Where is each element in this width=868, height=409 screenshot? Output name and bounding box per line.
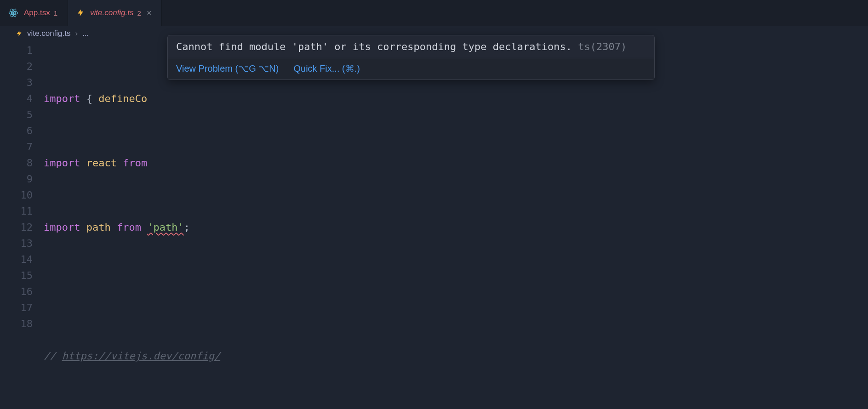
diagnostic-message: Cannot find module 'path' or its corresp… (168, 35, 654, 58)
tab-bar: App.tsx 1 vite.config.ts 2 × (0, 0, 868, 26)
close-icon[interactable]: × (147, 9, 152, 17)
line-number-gutter: 123456789 101112131415161718 (0, 42, 44, 409)
view-problem-link[interactable]: View Problem (⌥G ⌥N) (176, 63, 279, 74)
code-area[interactable]: import { defineCo import react from impo… (44, 42, 868, 409)
breadcrumb-file: vite.config.ts (27, 29, 71, 38)
react-icon (8, 8, 18, 18)
tab-app-tsx[interactable]: App.tsx 1 (0, 0, 68, 26)
error-span-path: 'path' (147, 222, 183, 233)
tab-label: vite.config.ts (90, 8, 134, 17)
diagnostic-hover: Cannot find module 'path' or its corresp… (167, 35, 655, 80)
tab-problem-count: 2 (137, 9, 141, 17)
chevron-right-icon: › (75, 29, 78, 38)
diagnostic-actions: View Problem (⌥G ⌥N) Quick Fix... (⌘.) (168, 58, 654, 80)
vite-icon (16, 29, 23, 38)
vite-icon (76, 8, 85, 18)
breadcrumb-rest: ... (82, 29, 89, 38)
quick-fix-link[interactable]: Quick Fix... (⌘.) (293, 63, 360, 74)
tab-vite-config[interactable]: vite.config.ts 2 × (68, 0, 162, 26)
editor[interactable]: 123456789 101112131415161718 import { de… (0, 41, 868, 409)
tab-label: App.tsx (24, 8, 50, 17)
svg-point-3 (12, 12, 14, 13)
tab-problem-count: 1 (54, 9, 57, 17)
